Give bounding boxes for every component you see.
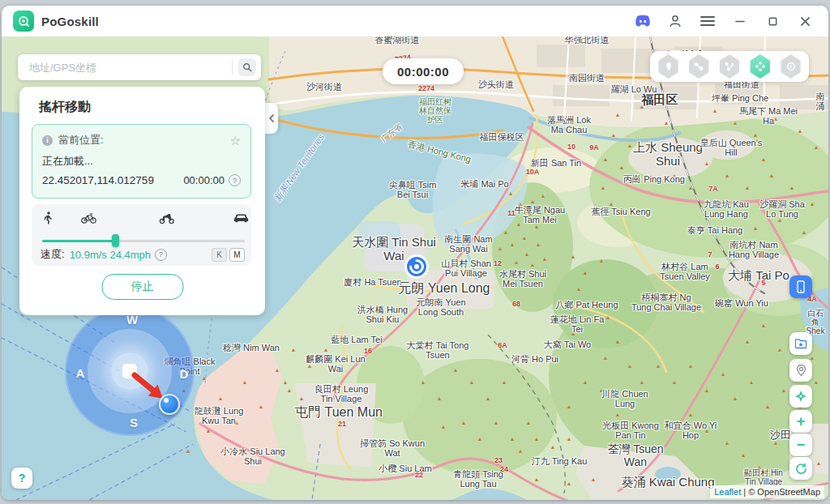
spot-settings-button[interactable] — [789, 359, 812, 382]
help-button[interactable]: ? — [11, 468, 32, 489]
speed-slider[interactable] — [42, 234, 245, 247]
location-label: 當前位置: — [58, 133, 104, 147]
mode-joystick-button[interactable] — [749, 54, 771, 79]
close-button[interactable] — [793, 11, 817, 32]
unit-km-button[interactable]: K — [212, 248, 227, 262]
key-s-label: S — [130, 416, 138, 429]
slider-fill — [42, 240, 115, 242]
bike-icon — [80, 211, 96, 224]
app-window: PoGoskill — [2, 6, 828, 500]
undo-button[interactable] — [789, 457, 812, 480]
folder-star-icon — [794, 338, 807, 349]
current-location-card: i 當前位置: ☆ 正在加載... 22.452017,114.012759 0… — [32, 124, 251, 199]
mode-toolbar — [650, 51, 809, 82]
center-map-button[interactable] — [789, 385, 812, 408]
speed-label: 速度: — [41, 247, 65, 262]
close-icon — [800, 16, 811, 27]
maximize-button[interactable] — [760, 11, 785, 32]
undo-icon — [795, 463, 807, 475]
key-d-label: D — [180, 367, 189, 381]
key-a-label: A — [76, 366, 85, 380]
info-icon: i — [42, 135, 53, 146]
menu-button[interactable] — [695, 11, 720, 32]
compass-icon — [794, 390, 807, 403]
leaflet-link[interactable]: Leaflet — [714, 487, 741, 497]
two-spot-route-icon — [693, 61, 704, 72]
car-icon — [233, 211, 249, 224]
search-icon — [242, 62, 252, 72]
search-bar — [18, 54, 261, 80]
device-button[interactable] — [789, 275, 812, 298]
scooter-icon — [158, 211, 174, 224]
location-coords: 22.452017,114.012759 — [42, 174, 154, 186]
maximize-icon — [768, 16, 778, 27]
app-title: PoGoskill — [41, 15, 99, 28]
session-timer-badge: 00:00:00 — [383, 58, 464, 84]
gpx-route-icon — [785, 61, 797, 72]
divider — [232, 60, 233, 75]
collapse-panel-button[interactable] — [265, 103, 278, 134]
search-input[interactable] — [28, 61, 226, 75]
map-canvas[interactable]: ▲▲▲▲▲▲▲▲▲▲▲▲▲▲▲▲▲▲▲▲▲▲▲▲▲▲▲▲▲▲▲▲▲▲▲▲▲▲▲▲… — [2, 36, 828, 500]
chevron-left-icon — [267, 113, 276, 123]
pin-gear-icon — [795, 364, 807, 377]
minimize-icon — [734, 15, 746, 27]
walk-icon — [40, 211, 56, 224]
search-button[interactable] — [238, 58, 256, 76]
zoom-out-button[interactable]: − — [789, 434, 812, 456]
joystick-icon — [755, 61, 766, 72]
joystick-center-button[interactable] — [122, 364, 137, 378]
minus-icon: − — [797, 438, 806, 452]
mode-teleport-button[interactable] — [657, 54, 679, 79]
discord-button[interactable] — [631, 11, 655, 32]
joystick-panel: 搖杆移動 i 當前位置: ☆ 正在加載... 22.452017,114.012… — [19, 87, 265, 315]
openstreetmap-link[interactable]: OpenStreetMap — [757, 487, 820, 497]
map-attribution: Leaflet | © OpenStreetMap — [710, 485, 824, 498]
person-icon — [667, 13, 683, 29]
slider-thumb[interactable] — [112, 234, 119, 247]
titlebar: PoGoskill — [2, 6, 828, 36]
favorite-star-button[interactable]: ☆ — [230, 135, 241, 147]
multi-spot-route-icon — [724, 61, 735, 72]
hamburger-icon — [700, 15, 715, 27]
panel-title: 搖杆移動 — [39, 99, 91, 116]
attribution-separator: | © — [741, 487, 757, 497]
mode-multi-spot-button[interactable] — [719, 54, 741, 79]
teleport-pin-icon — [663, 61, 674, 72]
speed-help-icon[interactable]: ? — [155, 249, 167, 261]
gpx-import-button[interactable] — [789, 332, 812, 355]
discord-icon — [634, 15, 652, 28]
app-logo-icon — [13, 11, 34, 32]
plus-icon: + — [797, 414, 806, 429]
account-button[interactable] — [663, 11, 687, 32]
joystick-widget: W A D S — [65, 306, 195, 436]
joystick-knob[interactable] — [159, 394, 180, 415]
mode-gpx-button[interactable] — [780, 54, 802, 79]
phone-icon — [795, 280, 806, 293]
speed-card: 速度: 10.9m/s 24.4mph ? K M — [32, 204, 251, 266]
unit-mph-button[interactable]: M — [229, 248, 245, 262]
location-timer: 00:00:00 — [183, 174, 225, 186]
stop-button[interactable]: 停止 — [101, 274, 183, 300]
current-position-marker — [402, 252, 431, 281]
location-status: 正在加載... — [42, 154, 241, 169]
timer-help-icon[interactable]: ? — [229, 174, 241, 186]
speed-value: 10.9m/s 24.4mph — [70, 249, 151, 261]
zoom-in-button[interactable]: + — [789, 410, 812, 433]
minimize-button[interactable] — [728, 11, 752, 32]
mode-two-spot-button[interactable] — [688, 54, 710, 79]
